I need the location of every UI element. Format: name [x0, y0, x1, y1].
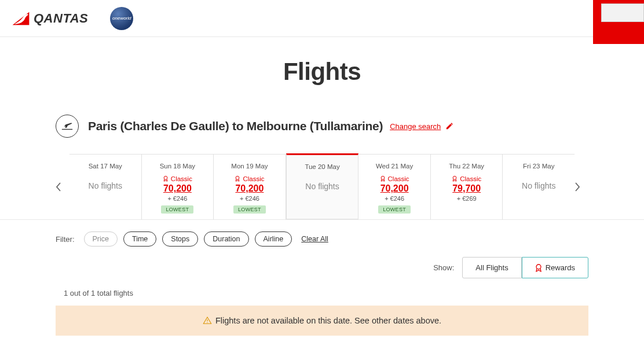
date-tab-date: Thu 22 May [433, 163, 500, 170]
date-strip: Sat 17 MayNo flightsSun 18 MayClassic70,… [69, 154, 575, 219]
rewards-toggle[interactable]: Rewards [522, 257, 588, 278]
login-input[interactable] [601, 3, 644, 22]
filter-label: Filter: [56, 235, 75, 244]
warning-text: Flights are not available on this date. … [215, 316, 441, 325]
logo-group: QANTAS oneworld [12, 7, 133, 30]
surcharge-value: + €246 [144, 195, 211, 202]
filter-pill-airline[interactable]: Airline [255, 231, 292, 247]
departure-icon [56, 115, 79, 138]
lowest-badge: LOWEST [378, 205, 411, 214]
qantas-kangaroo-icon [12, 9, 30, 28]
svg-point-2 [381, 176, 385, 179]
plane-takeoff-icon [61, 120, 74, 133]
pencil-icon [445, 122, 453, 130]
no-flights-text: No flights [505, 181, 572, 190]
show-toggle: All Flights Rewards [462, 257, 588, 278]
content: Paris (Charles De Gaulle) to Melbourne (… [56, 115, 588, 219]
surcharge-value: + €246 [361, 195, 428, 202]
page-title: Flights [0, 58, 644, 86]
ribbon-icon [163, 175, 169, 182]
svg-point-4 [536, 264, 541, 269]
filter-bar: Filter: PriceTimeStopsDurationAirline Cl… [56, 231, 588, 247]
date-tab[interactable]: Fri 23 MayNo flights [503, 155, 575, 219]
ribbon-icon [452, 175, 458, 182]
no-flights-text: No flights [289, 182, 356, 191]
date-tab-date: Sat 17 May [72, 163, 139, 170]
points-value: 70,200 [216, 183, 283, 194]
no-flights-text: No flights [72, 181, 139, 190]
next-dates-button[interactable] [575, 182, 588, 192]
ribbon-icon [235, 175, 240, 182]
rewards-label: Rewards [546, 263, 575, 272]
route-row: Paris (Charles De Gaulle) to Melbourne (… [56, 115, 588, 138]
show-row: Show: All Flights Rewards [56, 257, 588, 278]
date-tab[interactable]: Tue 20 MayNo flights [286, 153, 359, 219]
surcharge-value: + €246 [216, 195, 283, 202]
points-value: 79,700 [433, 183, 500, 194]
all-flights-toggle[interactable]: All Flights [462, 257, 521, 278]
date-tab[interactable]: Mon 19 MayClassic70,200+ €246LOWEST [214, 155, 286, 219]
classic-label: Classic [144, 175, 211, 182]
date-tab[interactable]: Sun 18 MayClassic70,200+ €246LOWEST [142, 155, 214, 219]
ribbon-icon [380, 175, 386, 182]
points-value: 70,200 [361, 183, 428, 194]
date-tab[interactable]: Thu 22 MayClassic79,700+ €269 [431, 155, 503, 219]
prev-dates-button[interactable] [56, 182, 69, 192]
date-tab-date: Wed 21 May [361, 163, 428, 170]
svg-point-6 [207, 322, 207, 323]
classic-label: Classic [361, 175, 428, 182]
all-flights-label: All Flights [475, 263, 508, 272]
qantas-wordmark: QANTAS [34, 11, 88, 26]
chevron-left-icon [56, 182, 61, 192]
date-tab[interactable]: Wed 21 MayClassic70,200+ €246LOWEST [358, 155, 431, 219]
qantas-logo[interactable]: QANTAS [12, 9, 88, 28]
date-tab-date: Sun 18 May [144, 163, 211, 170]
no-flights-warning: Flights are not available on this date. … [56, 306, 588, 336]
oneworld-logo[interactable]: oneworld [110, 7, 133, 30]
login-widget[interactable] [593, 0, 644, 37]
date-tab-date: Tue 20 May [289, 163, 356, 170]
surcharge-value: + €269 [433, 195, 500, 202]
oneworld-text: oneworld [112, 16, 131, 21]
change-search-label: Change search [390, 122, 441, 131]
classic-label: Classic [433, 175, 500, 182]
svg-point-0 [164, 176, 167, 179]
flight-count: 1 out of 1 total flights [64, 289, 588, 297]
chevron-right-icon [575, 182, 580, 192]
points-value: 70,200 [144, 183, 211, 194]
filter-pill-price[interactable]: Price [84, 231, 118, 247]
filter-pill-duration[interactable]: Duration [204, 231, 248, 247]
lowest-badge: LOWEST [233, 205, 266, 214]
lowest-badge: LOWEST [161, 205, 193, 214]
header: QANTAS oneworld [0, 0, 644, 37]
svg-point-1 [236, 176, 239, 179]
show-label: Show: [433, 263, 454, 272]
route-text: Paris (Charles De Gaulle) to Melbourne (… [88, 119, 383, 133]
date-tab-date: Fri 23 May [505, 163, 572, 170]
change-search-link[interactable]: Change search [390, 122, 453, 131]
filter-pill-stops[interactable]: Stops [162, 231, 198, 247]
date-tab-date: Mon 19 May [216, 163, 283, 170]
ribbon-icon [535, 264, 542, 272]
svg-point-3 [453, 176, 456, 179]
warning-icon [203, 316, 212, 325]
filter-pill-time[interactable]: Time [123, 231, 156, 247]
date-carousel: Sat 17 MayNo flightsSun 18 MayClassic70,… [56, 154, 588, 219]
date-tab[interactable]: Sat 17 MayNo flights [69, 155, 142, 219]
clear-all-filters[interactable]: Clear All [301, 235, 328, 243]
classic-label: Classic [216, 175, 283, 182]
